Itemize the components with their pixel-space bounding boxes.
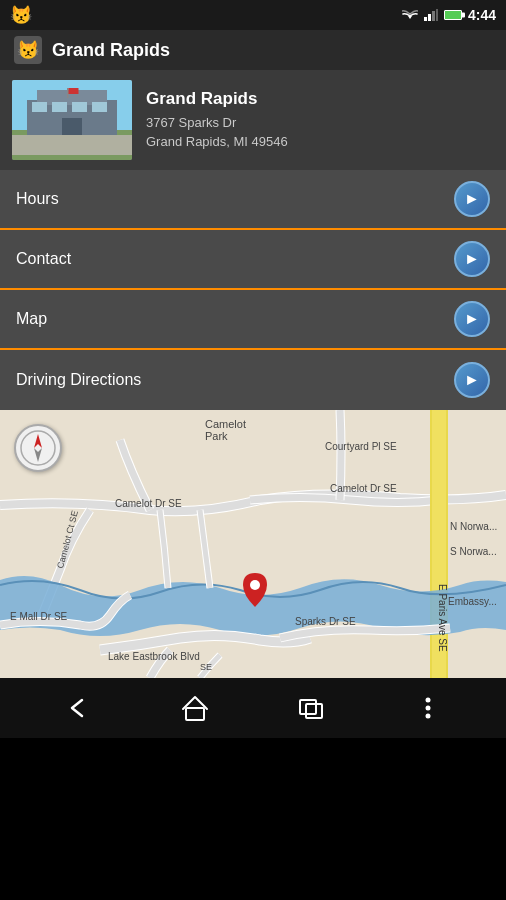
svg-point-40 [425,698,430,703]
page-title: Grand Rapids [52,40,170,61]
location-image [12,80,132,160]
svg-rect-2 [432,11,435,21]
status-bar: 😾 4:44 [0,0,506,30]
svg-rect-9 [32,102,47,112]
svg-rect-14 [67,88,69,98]
svg-rect-39 [306,704,322,718]
svg-rect-12 [92,102,107,112]
recent-apps-button[interactable] [289,686,333,730]
svg-rect-6 [12,135,132,155]
hours-arrow[interactable]: ► [454,181,490,217]
svg-rect-3 [436,9,438,21]
svg-point-42 [425,714,430,719]
chevron-right-icon: ► [464,190,480,208]
compass [14,424,62,472]
svg-point-41 [425,706,430,711]
svg-rect-0 [424,17,427,21]
svg-text:Park: Park [205,430,228,442]
svg-rect-1 [428,14,431,21]
menu-item-map[interactable]: Map ► [0,290,506,350]
svg-text:Camelot Dr SE: Camelot Dr SE [115,498,182,509]
svg-text:Embassy...: Embassy... [448,596,497,607]
driving-directions-arrow[interactable]: ► [454,362,490,398]
svg-rect-15 [69,88,79,94]
svg-text:Camelot: Camelot [205,418,246,430]
back-button[interactable] [56,686,100,730]
address-line1: 3767 Sparks Dr [146,115,236,130]
svg-text:Lake Eastbrook Blvd: Lake Eastbrook Blvd [108,651,200,662]
map-container[interactable]: Camelot Park Camelot Dr SE Camelot Dr SE… [0,410,506,678]
menu-item-driving-directions[interactable]: Driving Directions ► [0,350,506,410]
svg-text:E Paris Ave SE: E Paris Ave SE [437,584,448,652]
menu-item-contact[interactable]: Contact ► [0,230,506,290]
signal-icon [424,9,438,21]
location-name: Grand Rapids [146,89,494,109]
location-address: 3767 Sparks Dr Grand Rapids, MI 49546 [146,113,494,152]
location-card: Grand Rapids 3767 Sparks Dr Grand Rapids… [0,70,506,170]
app-logo: 😾 [14,36,42,64]
nav-bar [0,678,506,738]
hours-label: Hours [16,190,59,208]
svg-point-33 [250,580,260,590]
contact-arrow[interactable]: ► [454,241,490,277]
svg-rect-11 [72,102,87,112]
map-svg: Camelot Park Camelot Dr SE Camelot Dr SE… [0,410,506,678]
svg-rect-10 [52,102,67,112]
driving-directions-label: Driving Directions [16,371,141,389]
battery-icon [444,10,462,20]
more-options-button[interactable] [406,686,450,730]
chevron-right-icon: ► [464,250,480,268]
svg-rect-38 [300,700,316,714]
svg-text:Camelot Dr SE: Camelot Dr SE [330,483,397,494]
svg-text:Sparks Dr SE: Sparks Dr SE [295,616,356,627]
svg-text:E Mall Dr SE: E Mall Dr SE [10,611,68,622]
app-icon: 😾 [10,4,32,26]
status-time: 4:44 [468,7,496,23]
svg-text:Courtyard Pl SE: Courtyard Pl SE [325,441,397,452]
map-label: Map [16,310,47,328]
svg-rect-37 [186,708,204,720]
menu-list: Hours ► Contact ► Map ► Driving Directio… [0,170,506,410]
chevron-right-icon: ► [464,310,480,328]
svg-text:N Norwa...: N Norwa... [450,521,497,532]
map-arrow[interactable]: ► [454,301,490,337]
chevron-right-icon: ► [464,371,480,389]
contact-label: Contact [16,250,71,268]
app-header: 😾 Grand Rapids [0,30,506,70]
svg-rect-13 [62,118,82,135]
menu-item-hours[interactable]: Hours ► [0,170,506,230]
wifi-icon [402,9,418,21]
location-info: Grand Rapids 3767 Sparks Dr Grand Rapids… [146,89,494,152]
svg-text:S Norwa...: S Norwa... [450,546,497,557]
svg-text:SE: SE [200,662,212,672]
address-line2: Grand Rapids, MI 49546 [146,134,288,149]
home-button[interactable] [173,686,217,730]
